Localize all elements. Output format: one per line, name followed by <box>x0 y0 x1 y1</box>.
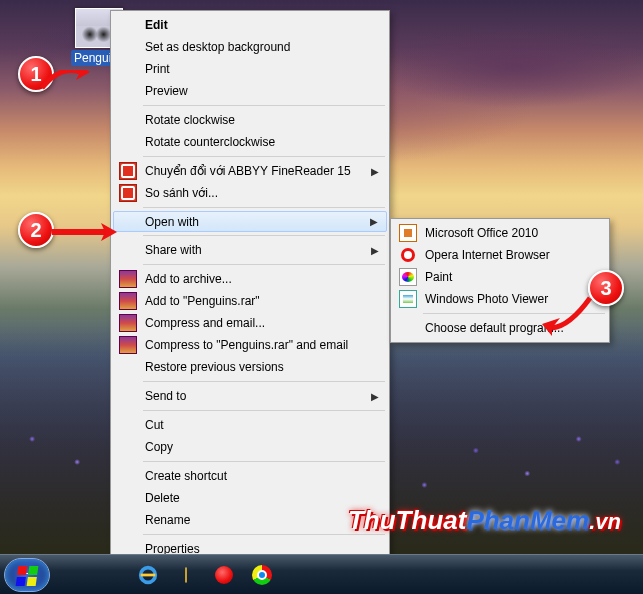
menu-set-background[interactable]: Set as desktop background <box>113 36 387 58</box>
taskbar-app-2[interactable] <box>94 561 126 589</box>
menu-add-rar[interactable]: Add to "Penguins.rar" <box>113 290 387 312</box>
menu-restore[interactable]: Restore previous versions <box>113 356 387 378</box>
menu-send-to[interactable]: Send to▶ <box>113 385 387 407</box>
callout-3-label: 3 <box>600 277 611 300</box>
menu-cut[interactable]: Cut <box>113 414 387 436</box>
winrar-icon <box>119 336 137 354</box>
menu-rename-label: Rename <box>145 513 190 527</box>
context-menu: Edit Set as desktop background Print Pre… <box>110 10 390 564</box>
folder-icon <box>185 568 187 582</box>
winrar-icon <box>119 292 137 310</box>
menu-preview-label: Preview <box>145 84 188 98</box>
menu-separator <box>143 207 385 208</box>
menu-open-with[interactable]: Open with▶ <box>113 211 387 232</box>
menu-separator <box>143 410 385 411</box>
menu-send-to-label: Send to <box>145 389 186 403</box>
menu-cut-label: Cut <box>145 418 164 432</box>
submenu-paint[interactable]: Paint <box>393 266 607 288</box>
menu-delete-label: Delete <box>145 491 180 505</box>
start-button[interactable] <box>4 558 50 592</box>
annotation-arrow-1 <box>40 70 90 90</box>
menu-rotate-cw[interactable]: Rotate clockwise <box>113 109 387 131</box>
menu-edit[interactable]: Edit <box>113 14 387 36</box>
menu-separator <box>143 235 385 236</box>
submenu-paint-label: Paint <box>425 270 452 284</box>
annotation-arrow-3 <box>540 296 600 336</box>
submenu-arrow-icon: ▶ <box>371 166 379 177</box>
watermark-part-c: .vn <box>589 509 621 534</box>
abbyy-icon <box>119 184 137 202</box>
opera-icon <box>401 248 415 262</box>
submenu-opera[interactable]: Opera Internet Browser <box>393 244 607 266</box>
menu-print[interactable]: Print <box>113 58 387 80</box>
menu-compress-email-label: Compress and email... <box>145 316 265 330</box>
paint-icon <box>399 268 417 286</box>
menu-rotate-ccw[interactable]: Rotate counterclockwise <box>113 131 387 153</box>
menu-open-with-label: Open with <box>145 215 199 229</box>
submenu-wpv-label: Windows Photo Viewer <box>425 292 548 306</box>
menu-compress-email[interactable]: Compress and email... <box>113 312 387 334</box>
menu-create-shortcut[interactable]: Create shortcut <box>113 465 387 487</box>
menu-compare-label: So sánh với... <box>145 186 218 200</box>
menu-separator <box>143 264 385 265</box>
chrome-icon <box>252 565 272 585</box>
abbyy-icon <box>119 162 137 180</box>
menu-separator <box>143 105 385 106</box>
taskbar-explorer[interactable] <box>170 561 202 589</box>
menu-restore-label: Restore previous versions <box>145 360 284 374</box>
menu-delete[interactable]: Delete <box>113 487 387 509</box>
menu-compare[interactable]: So sánh với... <box>113 182 387 204</box>
menu-create-shortcut-label: Create shortcut <box>145 469 227 483</box>
menu-share-with[interactable]: Share with▶ <box>113 239 387 261</box>
submenu-mso-label: Microsoft Office 2010 <box>425 226 538 240</box>
menu-edit-label: Edit <box>145 18 168 32</box>
menu-compress-rar-email-label: Compress to "Penguins.rar" and email <box>145 338 348 352</box>
taskbar-ie[interactable] <box>132 561 164 589</box>
menu-print-label: Print <box>145 62 170 76</box>
watermark: ThuThuatPhanMem.vn <box>348 505 621 536</box>
winrar-icon <box>119 314 137 332</box>
menu-separator <box>143 381 385 382</box>
ie-icon <box>137 564 159 586</box>
menu-set-background-label: Set as desktop background <box>145 40 290 54</box>
menu-add-archive[interactable]: Add to archive... <box>113 268 387 290</box>
menu-separator <box>143 461 385 462</box>
callout-2-label: 2 <box>30 219 41 242</box>
menu-abbyy-label: Chuyển đổi với ABBYY FineReader 15 <box>145 164 351 178</box>
taskbar <box>0 554 643 594</box>
submenu-arrow-icon: ▶ <box>371 391 379 402</box>
photo-viewer-icon <box>399 290 417 308</box>
menu-share-with-label: Share with <box>145 243 202 257</box>
menu-add-rar-label: Add to "Penguins.rar" <box>145 294 260 308</box>
taskbar-chrome[interactable] <box>246 561 278 589</box>
menu-rotate-ccw-label: Rotate counterclockwise <box>145 135 275 149</box>
menu-copy-label: Copy <box>145 440 173 454</box>
submenu-arrow-icon: ▶ <box>371 245 379 256</box>
menu-rename[interactable]: Rename <box>113 509 387 531</box>
menu-separator <box>143 156 385 157</box>
watermark-part-b: PhanMem <box>466 505 589 535</box>
taskbar-app-1[interactable] <box>56 561 88 589</box>
submenu-mso[interactable]: Microsoft Office 2010 <box>393 222 607 244</box>
submenu-arrow-icon: ▶ <box>370 216 378 227</box>
opera-icon <box>215 566 233 584</box>
menu-add-archive-label: Add to archive... <box>145 272 232 286</box>
menu-preview[interactable]: Preview <box>113 80 387 102</box>
menu-compress-rar-email[interactable]: Compress to "Penguins.rar" and email <box>113 334 387 356</box>
annotation-arrow-2 <box>50 222 120 242</box>
menu-abbyy[interactable]: Chuyển đổi với ABBYY FineReader 15▶ <box>113 160 387 182</box>
winrar-icon <box>119 270 137 288</box>
menu-copy[interactable]: Copy <box>113 436 387 458</box>
ms-office-icon <box>399 224 417 242</box>
watermark-part-a: ThuThuat <box>348 505 466 535</box>
taskbar-opera[interactable] <box>208 561 240 589</box>
annotation-callout-2: 2 <box>18 212 54 248</box>
submenu-opera-label: Opera Internet Browser <box>425 248 550 262</box>
menu-rotate-cw-label: Rotate clockwise <box>145 113 235 127</box>
